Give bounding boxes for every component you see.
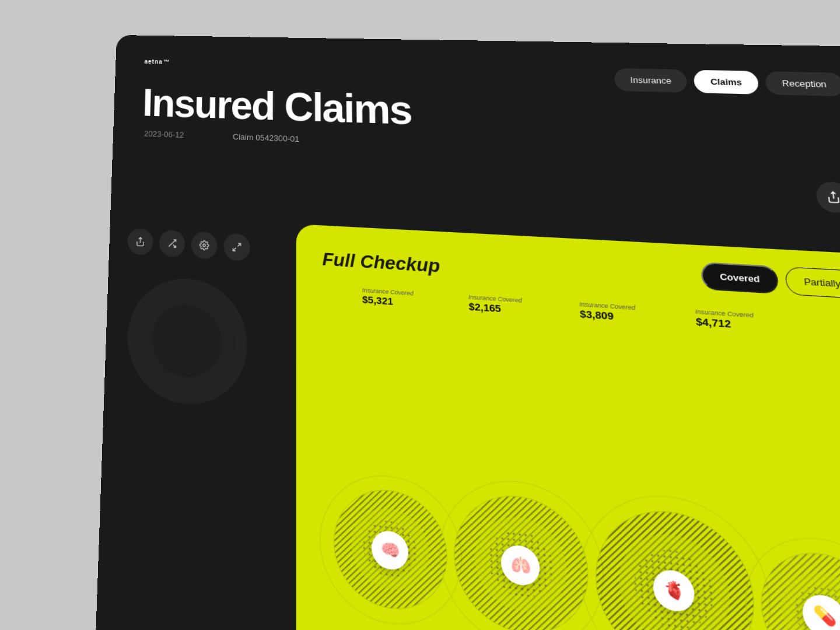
action-icons (815, 181, 840, 219)
upload-tool-btn[interactable] (127, 228, 153, 256)
settings-tool-btn[interactable] (191, 231, 218, 259)
dark-circle-chart (123, 272, 251, 413)
transfer-tool-btn[interactable] (159, 229, 185, 257)
share-icon-btn[interactable] (815, 181, 840, 213)
claims-card: Full Checkup Covered Partially Personal … (296, 224, 840, 630)
header: aetna™ Insurance Claims Reception Recomm… (113, 35, 840, 187)
donut-circle-4: 💊 (736, 526, 840, 630)
coverage-amounts: Insurance Covered $5,321 Insurance Cover… (362, 287, 755, 331)
svg-point-10 (203, 244, 205, 247)
documents-section: Documents (93, 628, 268, 630)
nav-tabs: Insurance Claims Reception Recommendatio… (614, 68, 840, 100)
logo-text: aetna (144, 58, 163, 65)
tab-reception[interactable]: Reception (765, 71, 840, 96)
coverage-item-1: Insurance Covered $5,321 (362, 287, 414, 309)
expand-tool-btn[interactable] (223, 233, 250, 261)
sidebar-tools (127, 228, 250, 261)
main-panel: aetna™ Insurance Claims Reception Recomm… (93, 35, 840, 630)
coverage-item-2: Insurance Covered $2,165 (468, 293, 523, 316)
tab-insurance[interactable]: Insurance (614, 68, 688, 93)
pill-partially[interactable]: Partially (785, 267, 840, 299)
claim-id: Claim 0542300-01 (233, 132, 299, 144)
claim-date: 2023-06-12 (144, 129, 184, 139)
tab-claims[interactable]: Claims (694, 70, 760, 94)
logo-trademark: ™ (163, 58, 170, 65)
pill-covered[interactable]: Covered (701, 262, 779, 294)
coverage-item-3: Insurance Covered $3,809 (579, 300, 636, 323)
coverage-item-4: Insurance Covered $4,712 (695, 308, 755, 331)
